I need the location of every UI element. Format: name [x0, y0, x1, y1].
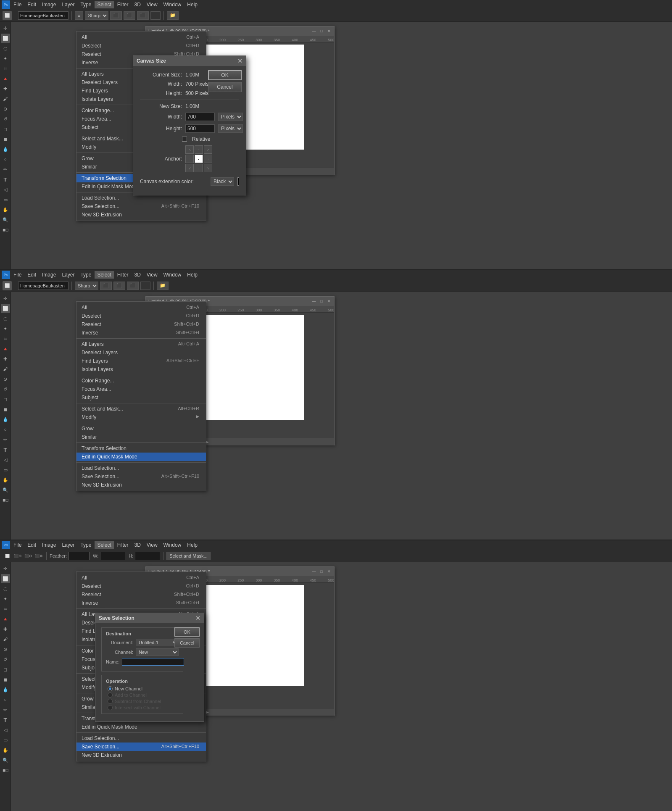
- tool-eraser-3[interactable]: ◻: [1, 665, 10, 674]
- menu-all-2[interactable]: All Ctrl+A: [76, 303, 206, 312]
- tool-marquee-2[interactable]: ⬜: [3, 281, 12, 290]
- menu-window-3[interactable]: Window: [161, 541, 184, 549]
- new-height-input[interactable]: [185, 124, 215, 133]
- menu-deselect-1[interactable]: Deselect Ctrl+D: [76, 42, 206, 50]
- tool-lasso-3[interactable]: ◌: [1, 584, 10, 593]
- tool-magic-3[interactable]: ✦: [1, 594, 10, 603]
- sharp-select-2[interactable]: Sharp: [75, 282, 98, 290]
- select-mask-btn[interactable]: Select and Mask...: [166, 552, 211, 560]
- menu-all-3[interactable]: All Ctrl+A: [76, 574, 206, 582]
- new-channel-option[interactable]: New Channel: [108, 686, 179, 691]
- new-width-input[interactable]: [185, 113, 215, 121]
- menu-grow-2[interactable]: Grow: [76, 424, 206, 433]
- tool-marquee-3b[interactable]: ⬜: [1, 574, 10, 583]
- menu-quick-mask-2[interactable]: Edit in Quick Mask Mode: [76, 453, 206, 461]
- menu-similar-2[interactable]: Similar: [76, 433, 206, 441]
- menu-filter-2[interactable]: Filter: [115, 271, 131, 279]
- tool-path[interactable]: ◁: [1, 185, 10, 194]
- menu-load-sel-2[interactable]: Load Selection...: [76, 464, 206, 472]
- menu-select-1[interactable]: Select: [95, 1, 113, 8]
- tool-clone-2[interactable]: ⊙: [1, 374, 10, 384]
- menu-3d-extrusion-1[interactable]: New 3D Extrusion: [76, 211, 206, 219]
- ps-maximize-3[interactable]: □: [319, 569, 324, 574]
- tool-type[interactable]: T: [1, 175, 10, 184]
- tool-path-2[interactable]: ◁: [1, 455, 10, 464]
- tool-dodge[interactable]: ○: [1, 155, 10, 164]
- tool-clone-3[interactable]: ⊙: [1, 645, 10, 654]
- menu-help-3[interactable]: Help: [184, 541, 200, 549]
- menu-file-2[interactable]: File: [11, 271, 24, 279]
- tool-type-3[interactable]: T: [1, 715, 10, 724]
- tool-eyedropper[interactable]: 🔺: [1, 74, 10, 83]
- menu-load-sel-3[interactable]: Load Selection...: [76, 734, 206, 743]
- menu-deselect-3[interactable]: Deselect Ctrl+D: [76, 582, 206, 590]
- ps-close-2[interactable]: ✕: [327, 299, 332, 304]
- menu-view-3[interactable]: View: [144, 541, 160, 549]
- tool-gradient[interactable]: ◼: [1, 134, 10, 144]
- menu-layer-3[interactable]: Layer: [59, 541, 77, 549]
- tool-blur[interactable]: 💧: [1, 145, 10, 154]
- menu-inverse-2[interactable]: Inverse Shift+Ctrl+I: [76, 329, 206, 337]
- toolbar-align-c2[interactable]: ⬛: [113, 282, 125, 290]
- canvas-size-ok[interactable]: OK: [208, 70, 242, 80]
- tool-crop[interactable]: ⌗: [1, 64, 10, 73]
- tool-fg[interactable]: ◼◻: [1, 225, 10, 234]
- menu-3d-3[interactable]: 3D: [132, 541, 143, 549]
- menu-image-1[interactable]: Image: [40, 1, 58, 8]
- menu-layer-2[interactable]: Layer: [59, 271, 77, 279]
- ps-close-3[interactable]: ✕: [327, 569, 332, 574]
- tb-add-sel[interactable]: ⬛⊕: [13, 551, 22, 561]
- tool-brush-2[interactable]: 🖌: [1, 364, 10, 374]
- menu-3d-1[interactable]: 3D: [132, 1, 143, 8]
- tb-new-sel[interactable]: ⬜: [3, 551, 12, 561]
- toolbar-input-2[interactable]: [18, 282, 69, 290]
- sharp-select-1[interactable]: Sharp: [85, 11, 108, 20]
- menu-reselect-3[interactable]: Reselect Shift+Ctrl+D: [76, 590, 206, 599]
- menu-selectmask-2[interactable]: Select and Mask... Alt+Ctrl+R: [76, 405, 206, 413]
- tool-pen-2[interactable]: ✏: [1, 435, 10, 444]
- tool-history-3[interactable]: ↺: [1, 655, 10, 664]
- anchor-bl[interactable]: ↙: [185, 164, 194, 172]
- ps-close-1[interactable]: ✕: [327, 29, 332, 34]
- menu-subject-2[interactable]: Subject: [76, 393, 206, 402]
- menu-focus-area-2[interactable]: Focus Area...: [76, 385, 206, 393]
- tool-gradient-3[interactable]: ◼: [1, 675, 10, 684]
- new-width-unit[interactable]: Pixels: [218, 113, 243, 121]
- tool-pen[interactable]: ✏: [1, 165, 10, 174]
- menu-3d-2[interactable]: 3D: [132, 271, 143, 279]
- menu-image-2[interactable]: Image: [40, 271, 58, 279]
- tool-eraser[interactable]: ◻: [1, 124, 10, 134]
- tool-move[interactable]: ✛: [1, 24, 10, 33]
- menu-window-2[interactable]: Window: [161, 271, 184, 279]
- menu-edit-3[interactable]: Edit: [25, 541, 39, 549]
- folder-icon-2[interactable]: 📁: [157, 282, 169, 290]
- canvas-size-close[interactable]: ✕: [237, 58, 242, 64]
- feather-input[interactable]: [69, 552, 90, 560]
- toolbar-input-1[interactable]: [18, 11, 69, 20]
- save-cancel-btn[interactable]: Cancel: [174, 638, 200, 648]
- tool-dodge-3[interactable]: ○: [1, 695, 10, 704]
- menu-window-1[interactable]: Window: [161, 1, 184, 8]
- anchor-ml[interactable]: ←: [185, 155, 194, 163]
- anchor-mr[interactable]: →: [204, 155, 212, 163]
- tool-hand[interactable]: ✋: [1, 205, 10, 214]
- tool-path-3[interactable]: ◁: [1, 725, 10, 735]
- menu-3d-extrusion-3[interactable]: New 3D Extrusion: [76, 751, 206, 759]
- menu-view-2[interactable]: View: [144, 271, 160, 279]
- toolbar-align-l2[interactable]: ⬛: [100, 282, 112, 290]
- menu-help-2[interactable]: Help: [184, 271, 200, 279]
- tb-sub-sel[interactable]: ⬛⊖: [24, 551, 33, 561]
- canvas-ext-select[interactable]: Black: [211, 177, 234, 186]
- tool-type-2[interactable]: T: [1, 445, 10, 454]
- width-input[interactable]: [100, 552, 125, 560]
- toolbar-align-l[interactable]: ⬛: [110, 11, 122, 20]
- height-input-tb[interactable]: [135, 552, 160, 560]
- menu-deselect-2[interactable]: Deselect Ctrl+D: [76, 312, 206, 320]
- canvas-size-cancel[interactable]: Cancel: [208, 82, 242, 92]
- anchor-tc[interactable]: ↑: [195, 145, 203, 154]
- tool-marquee-1[interactable]: ⬜: [3, 11, 12, 20]
- menu-all-1[interactable]: All Ctrl+A: [76, 33, 206, 42]
- menu-select-2[interactable]: Select: [95, 271, 113, 279]
- menu-type-3[interactable]: Type: [78, 541, 94, 549]
- tool-history[interactable]: ↺: [1, 114, 10, 124]
